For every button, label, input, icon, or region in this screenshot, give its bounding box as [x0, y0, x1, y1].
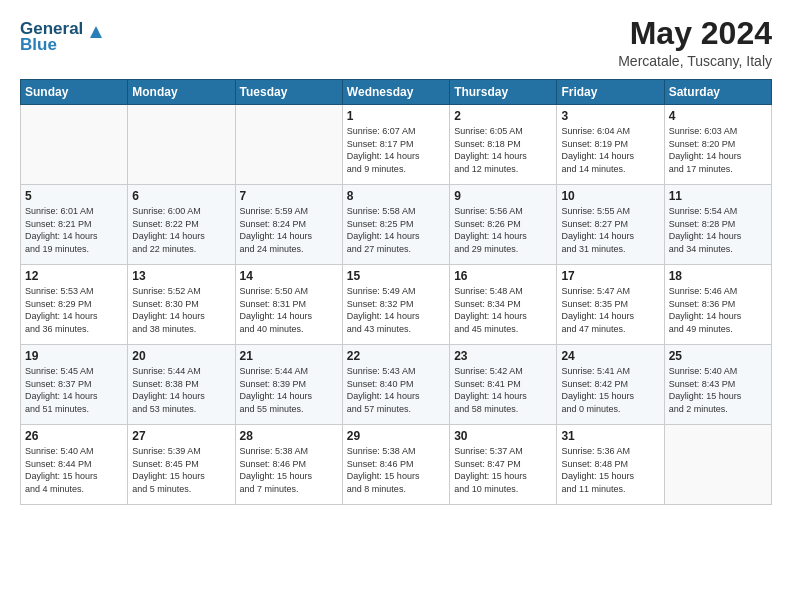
day-number: 24: [561, 349, 659, 363]
day-number: 10: [561, 189, 659, 203]
day-number: 23: [454, 349, 552, 363]
day-info: Sunrise: 5:53 AM Sunset: 8:29 PM Dayligh…: [25, 285, 123, 335]
day-info: Sunrise: 5:46 AM Sunset: 8:36 PM Dayligh…: [669, 285, 767, 335]
day-cell: 25Sunrise: 5:40 AM Sunset: 8:43 PM Dayli…: [664, 345, 771, 425]
day-cell: 16Sunrise: 5:48 AM Sunset: 8:34 PM Dayli…: [450, 265, 557, 345]
day-info: Sunrise: 5:44 AM Sunset: 8:39 PM Dayligh…: [240, 365, 338, 415]
day-info: Sunrise: 5:59 AM Sunset: 8:24 PM Dayligh…: [240, 205, 338, 255]
day-cell: 12Sunrise: 5:53 AM Sunset: 8:29 PM Dayli…: [21, 265, 128, 345]
weekday-header-row: SundayMondayTuesdayWednesdayThursdayFrid…: [21, 80, 772, 105]
day-cell: 29Sunrise: 5:38 AM Sunset: 8:46 PM Dayli…: [342, 425, 449, 505]
day-info: Sunrise: 5:41 AM Sunset: 8:42 PM Dayligh…: [561, 365, 659, 415]
day-info: Sunrise: 6:00 AM Sunset: 8:22 PM Dayligh…: [132, 205, 230, 255]
day-info: Sunrise: 5:55 AM Sunset: 8:27 PM Dayligh…: [561, 205, 659, 255]
day-cell: 21Sunrise: 5:44 AM Sunset: 8:39 PM Dayli…: [235, 345, 342, 425]
day-number: 2: [454, 109, 552, 123]
day-number: 25: [669, 349, 767, 363]
day-number: 4: [669, 109, 767, 123]
weekday-header-tuesday: Tuesday: [235, 80, 342, 105]
day-number: 15: [347, 269, 445, 283]
day-cell: [664, 425, 771, 505]
day-cell: [21, 105, 128, 185]
day-number: 14: [240, 269, 338, 283]
day-info: Sunrise: 5:39 AM Sunset: 8:45 PM Dayligh…: [132, 445, 230, 495]
day-cell: 22Sunrise: 5:43 AM Sunset: 8:40 PM Dayli…: [342, 345, 449, 425]
header: General Blue May 2024 Mercatale, Tuscany…: [20, 16, 772, 69]
day-info: Sunrise: 5:56 AM Sunset: 8:26 PM Dayligh…: [454, 205, 552, 255]
day-number: 5: [25, 189, 123, 203]
day-info: Sunrise: 5:58 AM Sunset: 8:25 PM Dayligh…: [347, 205, 445, 255]
day-cell: 20Sunrise: 5:44 AM Sunset: 8:38 PM Dayli…: [128, 345, 235, 425]
weekday-header-saturday: Saturday: [664, 80, 771, 105]
day-info: Sunrise: 5:40 AM Sunset: 8:43 PM Dayligh…: [669, 365, 767, 415]
day-cell: 28Sunrise: 5:38 AM Sunset: 8:46 PM Dayli…: [235, 425, 342, 505]
day-number: 6: [132, 189, 230, 203]
logo-svg: General Blue: [20, 16, 110, 56]
week-row-1: 1Sunrise: 6:07 AM Sunset: 8:17 PM Daylig…: [21, 105, 772, 185]
day-cell: 10Sunrise: 5:55 AM Sunset: 8:27 PM Dayli…: [557, 185, 664, 265]
day-number: 13: [132, 269, 230, 283]
day-info: Sunrise: 5:49 AM Sunset: 8:32 PM Dayligh…: [347, 285, 445, 335]
day-cell: 4Sunrise: 6:03 AM Sunset: 8:20 PM Daylig…: [664, 105, 771, 185]
day-info: Sunrise: 5:54 AM Sunset: 8:28 PM Dayligh…: [669, 205, 767, 255]
title-block: May 2024 Mercatale, Tuscany, Italy: [618, 16, 772, 69]
day-number: 21: [240, 349, 338, 363]
day-cell: 14Sunrise: 5:50 AM Sunset: 8:31 PM Dayli…: [235, 265, 342, 345]
svg-text:Blue: Blue: [20, 35, 57, 54]
day-number: 27: [132, 429, 230, 443]
day-cell: 5Sunrise: 6:01 AM Sunset: 8:21 PM Daylig…: [21, 185, 128, 265]
day-info: Sunrise: 5:43 AM Sunset: 8:40 PM Dayligh…: [347, 365, 445, 415]
day-cell: 19Sunrise: 5:45 AM Sunset: 8:37 PM Dayli…: [21, 345, 128, 425]
week-row-5: 26Sunrise: 5:40 AM Sunset: 8:44 PM Dayli…: [21, 425, 772, 505]
day-number: 29: [347, 429, 445, 443]
day-number: 12: [25, 269, 123, 283]
day-cell: 26Sunrise: 5:40 AM Sunset: 8:44 PM Dayli…: [21, 425, 128, 505]
day-number: 30: [454, 429, 552, 443]
day-cell: 2Sunrise: 6:05 AM Sunset: 8:18 PM Daylig…: [450, 105, 557, 185]
day-info: Sunrise: 5:37 AM Sunset: 8:47 PM Dayligh…: [454, 445, 552, 495]
week-row-4: 19Sunrise: 5:45 AM Sunset: 8:37 PM Dayli…: [21, 345, 772, 425]
location: Mercatale, Tuscany, Italy: [618, 53, 772, 69]
day-cell: [235, 105, 342, 185]
day-cell: 9Sunrise: 5:56 AM Sunset: 8:26 PM Daylig…: [450, 185, 557, 265]
day-cell: 13Sunrise: 5:52 AM Sunset: 8:30 PM Dayli…: [128, 265, 235, 345]
week-row-2: 5Sunrise: 6:01 AM Sunset: 8:21 PM Daylig…: [21, 185, 772, 265]
day-number: 8: [347, 189, 445, 203]
day-cell: 23Sunrise: 5:42 AM Sunset: 8:41 PM Dayli…: [450, 345, 557, 425]
day-number: 20: [132, 349, 230, 363]
day-info: Sunrise: 6:05 AM Sunset: 8:18 PM Dayligh…: [454, 125, 552, 175]
day-info: Sunrise: 5:52 AM Sunset: 8:30 PM Dayligh…: [132, 285, 230, 335]
day-cell: 17Sunrise: 5:47 AM Sunset: 8:35 PM Dayli…: [557, 265, 664, 345]
day-cell: 7Sunrise: 5:59 AM Sunset: 8:24 PM Daylig…: [235, 185, 342, 265]
month-title: May 2024: [618, 16, 772, 51]
day-info: Sunrise: 5:36 AM Sunset: 8:48 PM Dayligh…: [561, 445, 659, 495]
calendar-page: General Blue May 2024 Mercatale, Tuscany…: [0, 0, 792, 612]
day-cell: 24Sunrise: 5:41 AM Sunset: 8:42 PM Dayli…: [557, 345, 664, 425]
weekday-header-sunday: Sunday: [21, 80, 128, 105]
day-cell: 8Sunrise: 5:58 AM Sunset: 8:25 PM Daylig…: [342, 185, 449, 265]
day-number: 17: [561, 269, 659, 283]
day-info: Sunrise: 5:48 AM Sunset: 8:34 PM Dayligh…: [454, 285, 552, 335]
logo: General Blue: [20, 16, 110, 60]
weekday-header-monday: Monday: [128, 80, 235, 105]
day-number: 3: [561, 109, 659, 123]
day-cell: 18Sunrise: 5:46 AM Sunset: 8:36 PM Dayli…: [664, 265, 771, 345]
day-cell: 27Sunrise: 5:39 AM Sunset: 8:45 PM Dayli…: [128, 425, 235, 505]
day-info: Sunrise: 5:50 AM Sunset: 8:31 PM Dayligh…: [240, 285, 338, 335]
day-cell: 15Sunrise: 5:49 AM Sunset: 8:32 PM Dayli…: [342, 265, 449, 345]
day-number: 1: [347, 109, 445, 123]
day-cell: [128, 105, 235, 185]
day-cell: 6Sunrise: 6:00 AM Sunset: 8:22 PM Daylig…: [128, 185, 235, 265]
day-info: Sunrise: 5:40 AM Sunset: 8:44 PM Dayligh…: [25, 445, 123, 495]
day-number: 9: [454, 189, 552, 203]
day-info: Sunrise: 5:44 AM Sunset: 8:38 PM Dayligh…: [132, 365, 230, 415]
weekday-header-thursday: Thursday: [450, 80, 557, 105]
day-number: 11: [669, 189, 767, 203]
day-info: Sunrise: 6:04 AM Sunset: 8:19 PM Dayligh…: [561, 125, 659, 175]
day-info: Sunrise: 6:01 AM Sunset: 8:21 PM Dayligh…: [25, 205, 123, 255]
day-info: Sunrise: 5:42 AM Sunset: 8:41 PM Dayligh…: [454, 365, 552, 415]
day-number: 19: [25, 349, 123, 363]
day-cell: 1Sunrise: 6:07 AM Sunset: 8:17 PM Daylig…: [342, 105, 449, 185]
day-number: 18: [669, 269, 767, 283]
day-info: Sunrise: 5:47 AM Sunset: 8:35 PM Dayligh…: [561, 285, 659, 335]
